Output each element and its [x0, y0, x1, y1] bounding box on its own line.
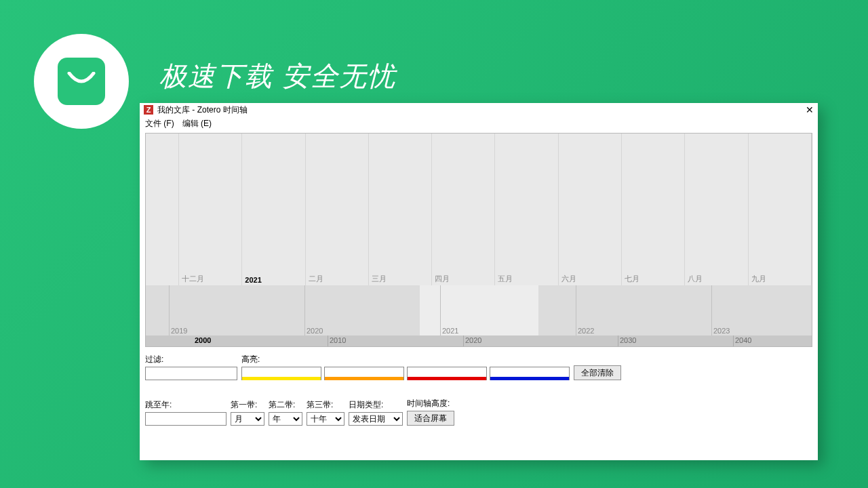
- menu-edit[interactable]: 编辑 (E): [182, 118, 212, 129]
- jump-year-input[interactable]: [145, 412, 226, 426]
- timeline-band-bot[interactable]: 20002010202020302040: [146, 336, 812, 346]
- fit-screen-button[interactable]: 适合屏幕: [407, 411, 454, 426]
- date-type-label: 日期类型:: [349, 399, 403, 411]
- timeline-band-top[interactable]: 十二月2021二月三月四月五月六月七月八月九月: [146, 134, 812, 285]
- band3-select[interactable]: 十年: [307, 412, 344, 426]
- menubar: 文件 (F) 编辑 (E): [140, 117, 818, 130]
- band3-label: 第三带:: [307, 399, 344, 411]
- band1-select[interactable]: 月: [231, 412, 264, 426]
- highlight-label: 高亮:: [241, 354, 570, 365]
- jump-year-label: 跳至年:: [145, 399, 226, 411]
- timeline-height-label: 时间轴高度:: [407, 398, 454, 409]
- date-type-select[interactable]: 发表日期: [349, 412, 403, 426]
- bag-icon: [58, 58, 105, 105]
- highlight-input-1[interactable]: [241, 367, 321, 380]
- highlight-input-2[interactable]: [324, 367, 404, 380]
- highlight-input-4[interactable]: [490, 367, 570, 380]
- zotero-icon: Z: [144, 105, 153, 115]
- clear-all-button[interactable]: 全部清除: [574, 365, 621, 380]
- timeline[interactable]: 十二月2021二月三月四月五月六月七月八月九月 2019202020212022…: [145, 133, 812, 347]
- app-window: Z 我的文库 - Zotero 时间轴 ✕ 文件 (F) 编辑 (E) 十二月2…: [140, 103, 818, 460]
- filter-input[interactable]: [145, 367, 237, 380]
- highlight-input-3[interactable]: [407, 367, 487, 380]
- filter-label: 过滤:: [145, 354, 237, 365]
- close-button[interactable]: ✕: [806, 104, 814, 115]
- menu-file[interactable]: 文件 (F): [145, 118, 174, 129]
- titlebar: Z 我的文库 - Zotero 时间轴 ✕: [140, 103, 818, 117]
- controls: 过滤: 高亮: 全部清除 跳至年: 第一带: 月 第二带: 年: [140, 347, 818, 428]
- banner-text: 极速下载 安全无忧: [159, 58, 396, 95]
- band1-label: 第一带:: [231, 399, 264, 411]
- band2-label: 第二带:: [269, 399, 302, 411]
- window-title: 我的文库 - Zotero 时间轴: [157, 104, 248, 116]
- band2-select[interactable]: 年: [269, 412, 302, 426]
- brand-circle: [34, 34, 129, 129]
- timeline-band-mid[interactable]: 20192020202120222023: [146, 285, 812, 336]
